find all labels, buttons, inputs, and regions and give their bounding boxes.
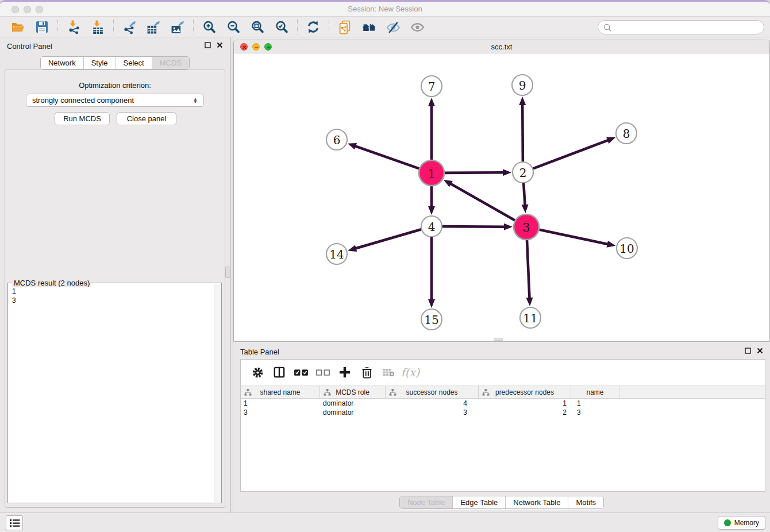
graph-edge-3-11[interactable]	[527, 240, 530, 299]
graph-edge-3-10[interactable]	[540, 230, 609, 245]
graph-edge-2-9[interactable]	[522, 103, 523, 161]
edge-arrowhead	[526, 298, 533, 306]
graph-edge-3-1[interactable]	[449, 183, 515, 221]
function-builder-button: f(x)	[399, 362, 421, 383]
export-network-button[interactable]	[117, 18, 141, 36]
network-canvas[interactable]: 7968124314101511	[234, 54, 769, 341]
graph-edge-4-14[interactable]	[355, 229, 421, 249]
table-tabs: Node TableEdge TableNetwork TableMotifs	[233, 496, 770, 509]
float-panel-icon[interactable]	[205, 42, 211, 48]
mcds-result-box: MCDS result (2 nodes) 13	[7, 283, 222, 503]
table-tab-edge-table[interactable]: Edge Table	[452, 496, 505, 508]
table-header-row: shared nameMCDS rolesuccessor nodesprede…	[241, 386, 765, 399]
graph-edge-4-3[interactable]	[442, 226, 506, 227]
table-tab-motifs[interactable]: Motifs	[568, 496, 603, 508]
edge-arrowhead	[519, 97, 526, 105]
graph-edge-1-2[interactable]	[445, 172, 505, 173]
create-column-button[interactable]	[334, 362, 356, 383]
close-table-panel-icon[interactable]	[757, 348, 763, 354]
mcds-result-line: 1	[12, 287, 210, 296]
zoom-fit-button[interactable]	[245, 18, 270, 36]
graph-node-label: 11	[523, 311, 537, 325]
unselect-all-columns-button[interactable]	[312, 362, 334, 383]
table-row[interactable]: 3dominator323	[241, 408, 765, 417]
close-panel-button[interactable]: Close panel	[117, 112, 176, 125]
main-toolbar	[0, 17, 770, 37]
save-icon	[35, 20, 49, 34]
network-window-titlebar[interactable]: scc.txt	[234, 40, 769, 53]
titlebar: Session: New Session	[0, 2, 770, 17]
zoom-selected-icon	[275, 20, 288, 34]
hide-selected-button[interactable]	[381, 18, 405, 36]
refresh-view-button[interactable]	[301, 18, 325, 36]
tab-select[interactable]: Select	[116, 57, 152, 69]
graph-node-label: 2	[519, 166, 527, 180]
save-session-button[interactable]	[30, 18, 54, 36]
horizontal-splitter-handle[interactable]	[494, 338, 503, 341]
import-table-button[interactable]	[86, 18, 110, 36]
column-header-shared-name[interactable]: shared name	[241, 386, 320, 399]
graph-node-label: 6	[333, 133, 341, 147]
mcds-result-list[interactable]: 13	[9, 284, 214, 502]
network-graph[interactable]: 7968124314101511	[234, 54, 769, 342]
show-all-button[interactable]	[405, 18, 429, 36]
edge-arrowhead	[606, 137, 615, 144]
edge-arrowhead	[428, 299, 435, 308]
graph-edge-1-6[interactable]	[354, 146, 419, 169]
show-column-panel-button[interactable]	[268, 362, 290, 383]
task-history-button[interactable]	[6, 515, 23, 530]
splitter-handle[interactable]	[225, 267, 231, 278]
tab-mcds[interactable]: MCDS	[152, 57, 189, 69]
export-table-button[interactable]	[141, 18, 165, 36]
tab-style[interactable]: Style	[83, 57, 116, 69]
graph-node-label: 1	[428, 167, 435, 180]
clone-network-button[interactable]	[333, 18, 357, 36]
edge-arrowhead	[348, 245, 357, 252]
unchecked-boxes-icon	[315, 368, 331, 377]
table-body: 1dominator4113dominator323	[241, 399, 765, 417]
zoom-fit-icon	[251, 20, 264, 34]
select-all-columns-button[interactable]	[290, 362, 312, 383]
graph-edge-2-3[interactable]	[523, 183, 525, 206]
table-tab-network-table[interactable]: Network Table	[505, 496, 568, 508]
edge-arrowhead	[348, 143, 357, 149]
close-panel-icon[interactable]	[217, 42, 223, 48]
table-cell: 3	[571, 408, 619, 417]
first-neighbors-button[interactable]	[357, 18, 381, 36]
column-header-name[interactable]: name	[571, 386, 619, 399]
zoom-out-button[interactable]	[221, 18, 245, 36]
table-cell: 1	[241, 399, 320, 408]
criterion-select[interactable]: strongly connected component ▲▼	[26, 94, 204, 107]
export-image-button[interactable]	[165, 18, 190, 36]
column-header-MCDS-role[interactable]: MCDS role	[320, 386, 386, 399]
zoom-out-icon	[226, 20, 240, 34]
zoom-in-icon	[202, 20, 216, 34]
plus-icon	[339, 367, 351, 378]
optimization-criterion-label: Optimization criterion:	[5, 81, 225, 90]
result-scrollbar[interactable]	[214, 284, 221, 502]
eye-slash-icon	[386, 20, 401, 34]
edge-arrowhead	[428, 206, 435, 215]
zoom-selected-button[interactable]	[270, 18, 294, 36]
open-session-button[interactable]	[6, 18, 30, 36]
tab-network[interactable]: Network	[41, 57, 83, 69]
search-input[interactable]	[615, 23, 759, 32]
graph-edge-2-8[interactable]	[533, 140, 609, 168]
search-box[interactable]	[598, 20, 764, 34]
run-mcds-button[interactable]: Run MCDS	[55, 112, 110, 125]
table-cell: 4	[386, 399, 479, 408]
export-network-icon	[122, 20, 137, 34]
hierarchy-icon	[389, 389, 396, 396]
import-network-button[interactable]	[61, 18, 86, 36]
delete-column-button[interactable]	[356, 362, 378, 383]
column-header-predecessor-nodes[interactable]: predecessor nodes	[479, 386, 571, 399]
column-header-successor-nodes[interactable]: successor nodes	[386, 386, 479, 399]
search-icon	[603, 23, 612, 32]
table-settings-button[interactable]	[247, 362, 268, 383]
memory-label: Memory	[734, 519, 759, 527]
table-tab-node-table[interactable]: Node Table	[400, 496, 453, 508]
zoom-in-button[interactable]	[197, 18, 221, 36]
table-row[interactable]: 1dominator411	[241, 399, 765, 408]
memory-button[interactable]: Memory	[718, 516, 765, 530]
float-table-panel-icon[interactable]	[745, 348, 751, 354]
